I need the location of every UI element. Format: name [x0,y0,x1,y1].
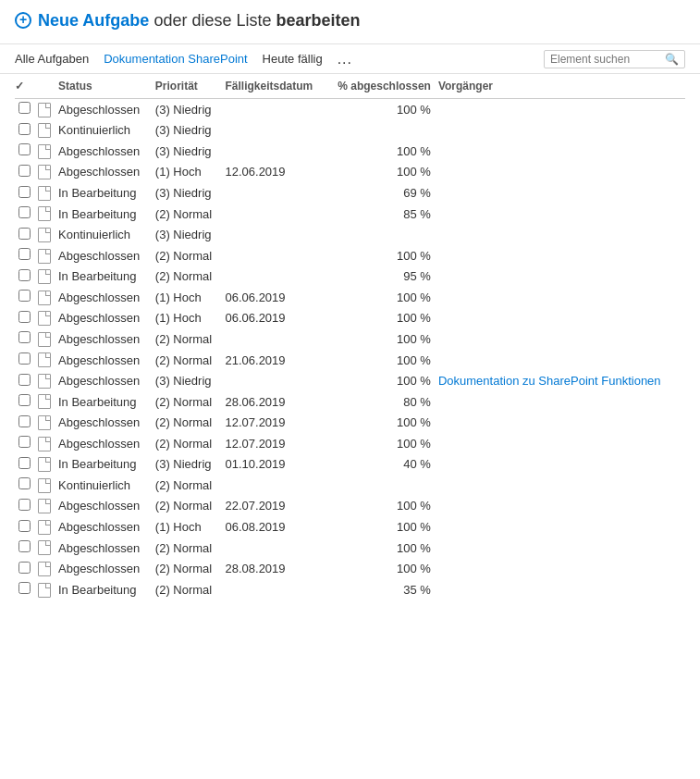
row-vorgaenger [435,475,685,496]
row-doc-icon [34,454,55,476]
row-faelligkeit: 12.07.2019 [221,412,325,433]
document-icon [38,144,51,159]
row-checkbox[interactable] [15,120,34,142]
row-checkbox[interactable] [15,99,34,120]
row-status: Kontinuierlich [55,224,152,245]
row-checkbox[interactable] [15,266,34,288]
row-faelligkeit: 21.06.2019 [221,350,325,371]
document-icon [38,291,51,305]
row-vorgaenger [435,350,685,371]
row-prioritaet: (1) Hoch [152,287,222,308]
row-checkbox[interactable] [15,308,34,329]
row-checkbox[interactable] [15,391,34,413]
table-row[interactable]: Kontinuierlich(3) Niedrig [15,120,685,142]
table-row[interactable]: Abgeschlossen(2) Normal12.07.2019100 % [15,433,685,454]
row-checkbox[interactable] [15,412,34,433]
table-row[interactable]: Abgeschlossen(2) Normal100 % [15,328,685,350]
row-checkbox[interactable] [15,245,34,266]
row-vorgaenger[interactable]: Dokumentation zu SharePoint Funktionen [435,370,685,391]
row-status: Abgeschlossen [55,496,152,517]
row-faelligkeit: 06.06.2019 [221,287,325,308]
col-check: ✓ [15,74,34,99]
row-checkbox[interactable] [15,350,34,371]
row-checkbox[interactable] [15,370,34,391]
table-row[interactable]: Abgeschlossen(3) Niedrig100 % [15,141,685,162]
row-checkbox[interactable] [15,433,34,454]
table-row[interactable]: In Bearbeitung(2) Normal85 % [15,204,685,225]
nav-more-button[interactable]: ... [338,51,352,68]
table-row[interactable]: In Bearbeitung(3) Niedrig01.10.201940 % [15,454,685,476]
document-icon [38,478,51,493]
row-checkbox[interactable] [15,182,34,204]
table-row[interactable]: Abgeschlossen(2) Normal100 % [15,245,685,266]
row-checkbox[interactable] [15,328,34,350]
row-vorgaenger [435,224,685,245]
search-box[interactable]: 🔍 [544,50,685,68]
row-faelligkeit: 06.08.2019 [221,516,325,538]
row-vorgaenger [435,454,685,476]
row-status: Abgeschlossen [55,308,152,329]
table-row[interactable]: Abgeschlossen(2) Normal28.08.2019100 % [15,558,685,579]
table-row[interactable]: Abgeschlossen(1) Hoch12.06.2019100 % [15,162,685,183]
row-checkbox[interactable] [15,475,34,496]
row-vorgaenger [435,204,685,225]
table-row[interactable]: Abgeschlossen(1) Hoch06.08.2019100 % [15,516,685,538]
row-faelligkeit: 28.06.2019 [221,391,325,413]
search-input[interactable] [550,53,661,66]
table-row[interactable]: Abgeschlossen(3) Niedrig100 %Dokumentati… [15,370,685,391]
row-percent: 95 % [325,266,435,288]
row-prioritaet: (3) Niedrig [152,120,222,142]
row-status: Abgeschlossen [55,516,152,538]
row-prioritaet: (3) Niedrig [152,224,222,245]
row-checkbox[interactable] [15,162,34,183]
row-checkbox[interactable] [15,204,34,225]
nav-heute-faellig[interactable]: Heute fällig [263,48,323,69]
row-percent: 100 % [325,558,435,579]
nav-alle-aufgaben[interactable]: Alle Aufgaben [15,48,89,69]
table-row[interactable]: Abgeschlossen(3) Niedrig100 % [15,99,685,120]
row-status: In Bearbeitung [55,579,152,600]
row-checkbox[interactable] [15,516,34,538]
table-row[interactable]: Abgeschlossen(2) Normal100 % [15,538,685,559]
row-checkbox[interactable] [15,141,34,162]
table-row[interactable]: Abgeschlossen(2) Normal22.07.2019100 % [15,496,685,517]
row-percent [325,224,435,245]
row-checkbox[interactable] [15,496,34,517]
vorgaenger-link[interactable]: Dokumentation zu SharePoint Funktionen [438,374,661,388]
search-icon: 🔍 [665,53,679,66]
row-status: In Bearbeitung [55,454,152,476]
table-row[interactable]: In Bearbeitung(2) Normal95 % [15,266,685,288]
row-prioritaet: (2) Normal [152,266,222,288]
table-row[interactable]: Abgeschlossen(1) Hoch06.06.2019100 % [15,308,685,329]
row-checkbox[interactable] [15,454,34,476]
tasks-table: ✓ Status Priorität Fälligkeitsdatum % ab… [15,74,685,600]
table-row[interactable]: In Bearbeitung(2) Normal28.06.201980 % [15,391,685,413]
document-icon [38,540,51,555]
row-vorgaenger [435,538,685,559]
neue-aufgabe-link[interactable]: Neue Aufgabe [38,11,149,30]
table-row[interactable]: Kontinuierlich(2) Normal [15,475,685,496]
row-doc-icon [34,558,55,579]
nav-dokumentation-sharepoint[interactable]: Dokumentation SharePoint [104,48,247,69]
table-row[interactable]: Kontinuierlich(3) Niedrig [15,224,685,245]
table-row[interactable]: Abgeschlossen(1) Hoch06.06.2019100 % [15,287,685,308]
row-prioritaet: (3) Niedrig [152,99,222,120]
row-doc-icon [34,328,55,350]
document-icon [38,562,51,576]
row-checkbox[interactable] [15,287,34,308]
row-checkbox[interactable] [15,224,34,245]
table-row[interactable]: In Bearbeitung(3) Niedrig69 % [15,182,685,204]
row-doc-icon [34,370,55,391]
row-checkbox[interactable] [15,558,34,579]
table-row[interactable]: Abgeschlossen(2) Normal21.06.2019100 % [15,350,685,371]
row-checkbox[interactable] [15,579,34,600]
row-checkbox[interactable] [15,538,34,559]
bearbeiten-link[interactable]: bearbeiten [276,11,360,30]
row-vorgaenger [435,391,685,413]
row-vorgaenger [435,120,685,142]
row-faelligkeit: 22.07.2019 [221,496,325,517]
table-header-row: ✓ Status Priorität Fälligkeitsdatum % ab… [15,74,685,99]
table-row[interactable]: Abgeschlossen(2) Normal12.07.2019100 % [15,412,685,433]
row-vorgaenger [435,579,685,600]
table-row[interactable]: In Bearbeitung(2) Normal35 % [15,579,685,600]
